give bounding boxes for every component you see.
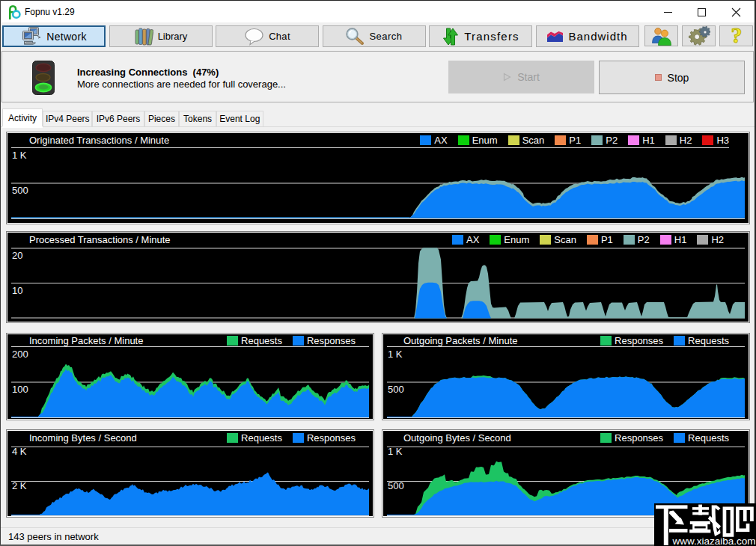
- svg-text:?: ?: [731, 25, 742, 46]
- svg-text:www.xiazaiba.com: www.xiazaiba.com: [671, 536, 755, 546]
